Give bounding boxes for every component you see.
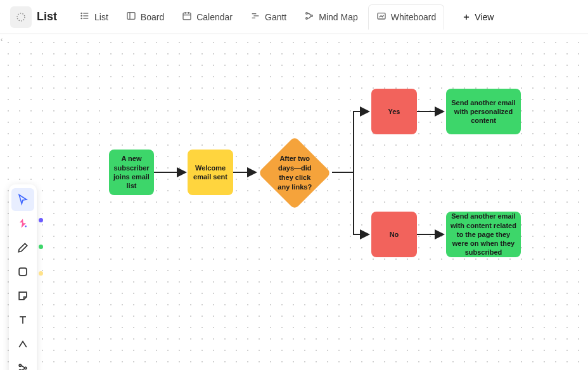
tool-shape[interactable] [11, 260, 34, 283]
svg-rect-27 [19, 268, 27, 276]
color-dot-purple[interactable] [39, 218, 43, 222]
calendar-icon [182, 11, 192, 23]
tool-pointer[interactable] [11, 188, 34, 211]
gantt-icon [250, 11, 260, 23]
svg-point-4 [81, 13, 82, 13]
tab-mindmap-label: Mind Map [319, 12, 357, 22]
node-yes-action[interactable]: Send another email with personalized con… [446, 89, 521, 134]
node-start[interactable]: A new subscriber joins email list [109, 150, 154, 195]
tool-pen[interactable] [11, 236, 34, 259]
whiteboard-toolbar [9, 184, 37, 370]
svg-point-17 [306, 18, 308, 20]
tab-gantt[interactable]: Gantt [243, 4, 294, 30]
tab-whiteboard[interactable]: Whiteboard [368, 4, 445, 30]
svg-point-16 [306, 13, 308, 15]
tool-connector[interactable] [11, 333, 34, 355]
svg-rect-7 [127, 13, 135, 20]
tab-mindmap[interactable]: Mind Map [297, 4, 365, 30]
node-decision[interactable]: After two days—did they click any links? [258, 136, 331, 210]
tab-gantt-label: Gantt [265, 12, 286, 22]
app-title: List [37, 10, 57, 23]
tab-list[interactable]: List [72, 4, 116, 30]
list-icon [80, 11, 90, 23]
svg-point-5 [81, 15, 82, 16]
tab-board-label: Board [141, 12, 164, 22]
tab-whiteboard-label: Whiteboard [391, 12, 437, 22]
app-icon[interactable] [10, 6, 32, 28]
color-dot-green[interactable] [39, 245, 43, 249]
tab-list-label: List [94, 12, 108, 22]
whiteboard-canvas[interactable]: A new subscriber joins email list Welcom… [0, 34, 588, 370]
tab-calendar[interactable]: Calendar [174, 4, 240, 30]
flowchart: A new subscriber joins email list Welcom… [0, 34, 588, 370]
tab-calendar-label: Calendar [196, 12, 233, 22]
add-view-button[interactable]: View [454, 7, 501, 27]
board-icon [126, 11, 136, 23]
node-welcome-text: Welcome email sent [191, 163, 229, 182]
tool-generate[interactable] [11, 212, 34, 235]
svg-point-0 [17, 13, 25, 21]
node-no[interactable]: No [371, 212, 417, 257]
node-yes-text: Yes [388, 107, 400, 116]
add-view-label: View [475, 12, 494, 22]
tool-more[interactable] [11, 357, 34, 370]
svg-point-32 [25, 367, 27, 369]
mindmap-icon [304, 11, 314, 23]
node-decision-text: After two days—did they click any links? [272, 154, 317, 191]
node-yes-action-text: Send another email with personalized con… [450, 98, 517, 125]
node-no-text: No [390, 230, 399, 239]
tab-board[interactable]: Board [118, 4, 172, 30]
color-dot-yellow[interactable] [39, 271, 43, 276]
node-yes[interactable]: Yes [371, 89, 417, 134]
node-welcome[interactable]: Welcome email sent [188, 150, 233, 195]
plus-icon [462, 13, 471, 22]
node-start-text: A new subscriber joins email list [113, 154, 150, 190]
topbar: List List Board Calendar Gantt Mind Map … [0, 0, 588, 34]
tool-sticky[interactable] [11, 284, 34, 307]
node-no-action-text: Send another email with content related … [450, 212, 517, 257]
svg-point-30 [19, 364, 21, 366]
svg-rect-9 [183, 13, 191, 20]
svg-point-6 [81, 18, 82, 18]
whiteboard-icon [376, 11, 387, 23]
view-tabs: List Board Calendar Gantt Mind Map White… [72, 4, 501, 30]
tool-text[interactable] [11, 309, 34, 331]
node-no-action[interactable]: Send another email with content related … [446, 212, 521, 257]
